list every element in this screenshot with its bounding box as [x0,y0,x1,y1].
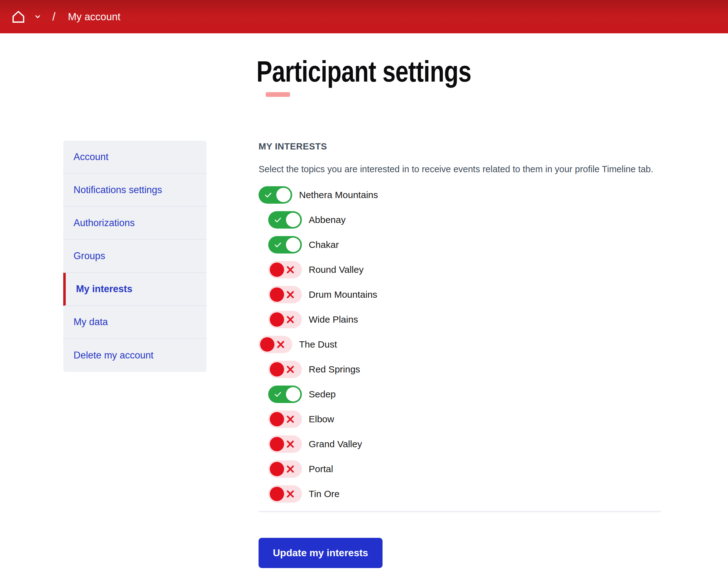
topic-label: The Dust [299,339,337,350]
topic-label: Round Valley [309,264,364,275]
sidebar-item-groups[interactable]: Groups [63,240,207,273]
breadcrumb-separator: / [52,10,55,23]
x-icon: × [285,313,296,325]
check-icon [274,215,282,224]
content-divider [259,511,661,512]
topic-row-grand-valley: ×Grand Valley [268,435,664,453]
sidebar-item-notifications-settings[interactable]: Notifications settings [63,174,207,207]
toggle-knob [286,213,300,227]
toggle-the-dust[interactable]: × [259,336,292,353]
topic-row-portal: ×Portal [268,460,664,478]
main-content: MY INTERESTS Select the topics you are i… [259,141,664,568]
topic-label: Nethera Mountains [299,190,378,200]
sidebar-item-authorizations[interactable]: Authorizations [63,207,207,240]
toggle-portal[interactable]: × [268,460,302,478]
topic-label: Wide Plains [309,314,358,325]
topic-row-the-dust: ×The Dust [259,336,664,353]
toggle-knob [260,337,275,352]
x-icon: × [285,462,296,475]
toggle-abbenay[interactable] [268,211,302,229]
x-icon: × [276,338,286,350]
toggle-tin-ore[interactable]: × [268,485,302,503]
update-interests-button[interactable]: Update my interests [259,538,383,568]
topic-label: Sedep [309,389,336,400]
topic-row-chakar: Chakar [268,236,664,254]
topic-label: Portal [309,464,333,474]
toggle-red-springs[interactable]: × [268,361,302,378]
breadcrumb-dropdown-button[interactable] [34,13,42,21]
x-icon: × [285,263,296,275]
section-description: Select the topics you are interested in … [259,164,664,175]
sidebar-item-account[interactable]: Account [63,141,207,174]
topic-row-red-springs: ×Red Springs [268,361,664,378]
home-icon [11,10,26,24]
check-icon [274,240,282,249]
settings-sidebar: AccountNotifications settingsAuthorizati… [63,141,207,372]
topic-row-round-valley: ×Round Valley [268,261,664,279]
topic-label: Tin Ore [309,488,340,499]
toggle-elbow[interactable]: × [268,410,302,428]
topics-list: Nethera MountainsAbbenayChakar×Round Val… [259,186,664,503]
x-icon: × [285,363,296,375]
sidebar-item-delete-my-account[interactable]: Delete my account [63,339,207,372]
x-icon: × [285,487,296,500]
title-underline [266,92,290,97]
topic-row-wide-plains: ×Wide Plains [268,311,664,328]
check-icon [274,390,282,399]
toggle-nethera-mountains[interactable] [259,186,292,204]
toggle-knob [270,437,284,451]
topic-label: Elbow [309,414,334,424]
toggle-knob [276,188,291,202]
toggle-knob [270,462,284,476]
page-title: Participant settings [256,52,471,91]
toggle-knob [270,312,284,327]
topic-label: Red Springs [309,364,360,375]
toggle-drum-mountains[interactable]: × [268,286,302,303]
x-icon: × [285,413,296,425]
topic-label: Grand Valley [309,439,362,449]
toggle-wide-plains[interactable]: × [268,311,302,328]
topic-row-tin-ore: ×Tin Ore [268,485,664,503]
x-icon: × [285,438,296,450]
topic-row-elbow: ×Elbow [268,410,664,428]
topic-label: Chakar [309,239,339,250]
topic-row-abbenay: Abbenay [268,211,664,229]
toggle-knob [270,487,284,501]
topic-label: Drum Mountains [309,289,377,300]
x-icon: × [285,288,296,300]
topic-label: Abbenay [309,215,345,225]
sidebar-item-my-data[interactable]: My data [63,306,207,339]
breadcrumb-current[interactable]: My account [68,11,121,23]
sidebar-item-my-interests[interactable]: My interests [63,273,207,306]
chevron-down-icon [34,13,42,21]
toggle-knob [286,238,300,252]
topic-row-drum-mountains: ×Drum Mountains [268,286,664,303]
toggle-chakar[interactable] [268,236,302,254]
toggle-round-valley[interactable]: × [268,261,302,279]
topic-row-nethera-mountains: Nethera Mountains [259,186,664,204]
toggle-grand-valley[interactable]: × [268,435,302,453]
section-title: MY INTERESTS [259,141,664,152]
home-button[interactable] [11,10,26,24]
toggle-sedep[interactable] [268,386,302,403]
toggle-knob [270,412,284,426]
top-bar: / My account [0,0,728,33]
toggle-knob [286,387,300,401]
toggle-knob [270,263,284,277]
check-icon [264,191,272,199]
topic-row-sedep: Sedep [268,386,664,403]
toggle-knob [270,362,284,376]
toggle-knob [270,288,284,302]
